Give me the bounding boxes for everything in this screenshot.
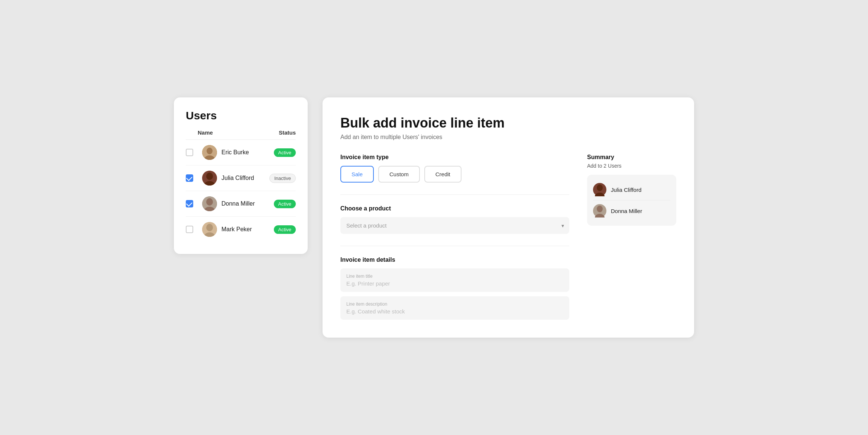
type-buttons: Sale Custom Credit — [340, 166, 569, 183]
details-label: Invoice item details — [340, 257, 569, 263]
title-field-label: Line item title — [346, 274, 563, 279]
users-panel-title: Users — [186, 109, 296, 122]
svg-point-1 — [207, 148, 213, 154]
form-section: Invoice item type Sale Custom Credit Cho… — [340, 154, 569, 320]
line-item-description-field[interactable]: Line item description E.g. Coated white … — [340, 296, 569, 320]
table-row: Eric Burke Active — [186, 140, 296, 165]
user-name-julia: Julia Clifford — [221, 175, 269, 181]
col-name-header: Name — [198, 129, 262, 136]
title-field-placeholder: E.g. Printer paper — [346, 280, 563, 287]
details-inputs: Line item title E.g. Printer paper Line … — [340, 268, 569, 320]
table-header: Name Status — [186, 129, 296, 140]
user-name-donna: Donna Miller — [221, 200, 274, 207]
user-checkbox-julia[interactable] — [186, 174, 198, 182]
summary-user-name-donna: Donna Miller — [611, 208, 642, 214]
avatar-donna — [202, 196, 217, 211]
type-btn-sale[interactable]: Sale — [340, 166, 374, 183]
status-badge-julia: Inactive — [269, 174, 296, 183]
type-btn-custom[interactable]: Custom — [378, 166, 420, 183]
checkbox-julia[interactable] — [186, 174, 193, 182]
summary-user-name-julia: Julia Clifford — [611, 187, 641, 193]
table-row: Julia Clifford Inactive — [186, 165, 296, 191]
svg-point-4 — [206, 173, 213, 180]
description-field-placeholder: E.g. Coated white stock — [346, 308, 563, 315]
avatar-eric — [202, 145, 217, 160]
table-row: Mark Peker Active — [186, 217, 296, 242]
status-badge-donna: Active — [274, 200, 296, 208]
table-row: Donna Miller Active — [186, 191, 296, 217]
user-checkbox-eric[interactable] — [186, 149, 198, 156]
page-subtitle: Add an item to multiple Users' invoices — [340, 134, 676, 141]
summary-subtitle: Add to 2 Users — [587, 163, 676, 169]
summary-title: Summary — [587, 154, 676, 161]
svg-point-13 — [597, 184, 603, 191]
section-divider — [340, 194, 569, 195]
main-panel: Bulk add invoice line item Add an item t… — [323, 97, 694, 338]
summary-section: Summary Add to 2 Users Julia Clifford — [587, 154, 676, 320]
avatar-julia — [202, 171, 217, 186]
product-label: Choose a product — [340, 205, 569, 212]
description-field-label: Line item description — [346, 302, 563, 307]
avatar-mark — [202, 222, 217, 237]
summary-avatar-julia — [593, 183, 606, 196]
invoice-type-label: Invoice item type — [340, 154, 569, 161]
checkbox-donna[interactable] — [186, 200, 193, 207]
svg-point-10 — [206, 224, 213, 231]
summary-user-julia: Julia Clifford — [593, 179, 670, 200]
status-badge-mark: Active — [274, 225, 296, 234]
summary-user-donna: Donna Miller — [593, 200, 670, 221]
user-checkbox-mark[interactable] — [186, 226, 198, 233]
user-name-eric: Eric Burke — [221, 149, 274, 156]
app-layout: Users Name Status Eric Burke Active — [174, 97, 694, 338]
users-panel: Users Name Status Eric Burke Active — [174, 97, 308, 254]
svg-point-7 — [206, 198, 213, 206]
checkbox-eric[interactable] — [186, 149, 193, 156]
svg-point-16 — [597, 206, 603, 212]
user-name-mark: Mark Peker — [221, 226, 274, 233]
user-checkbox-donna[interactable] — [186, 200, 198, 207]
type-btn-credit[interactable]: Credit — [424, 166, 461, 183]
main-content: Invoice item type Sale Custom Credit Cho… — [340, 154, 676, 320]
product-select[interactable]: Select a product — [340, 217, 569, 234]
section-divider-2 — [340, 246, 569, 246]
col-status-header: Status — [262, 129, 296, 136]
status-badge-eric: Active — [274, 148, 296, 157]
page-title: Bulk add invoice line item — [340, 115, 676, 131]
product-select-wrapper[interactable]: Select a product ▾ — [340, 217, 569, 234]
summary-avatar-donna — [593, 204, 606, 218]
summary-users-list: Julia Clifford Donna Miller — [587, 175, 676, 226]
line-item-title-field[interactable]: Line item title E.g. Printer paper — [340, 268, 569, 292]
checkbox-mark[interactable] — [186, 226, 193, 233]
